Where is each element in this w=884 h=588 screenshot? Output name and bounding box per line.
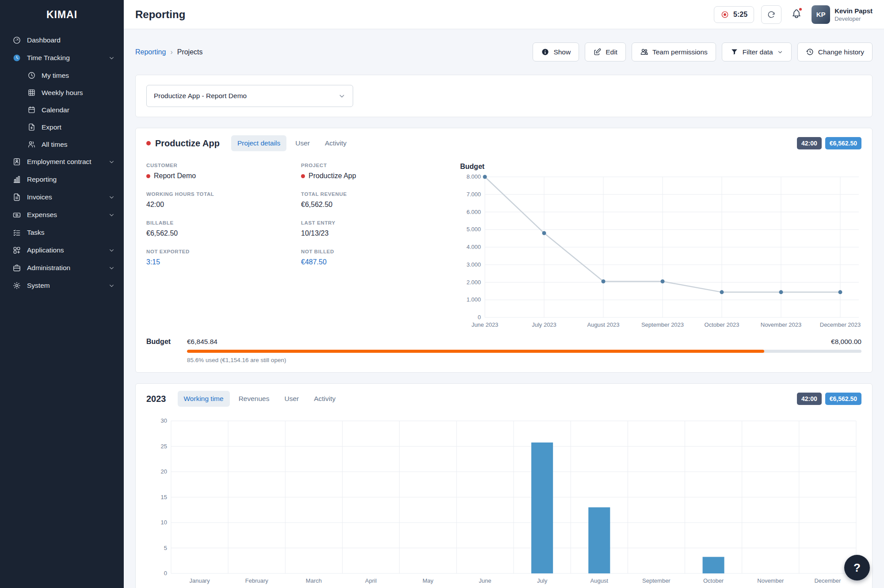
budget-label: Budget xyxy=(146,338,187,363)
record-icon xyxy=(720,10,729,19)
field-label: WORKING HOURS TOTAL xyxy=(146,191,301,197)
sidebar-item-my-times[interactable]: My times xyxy=(0,67,124,84)
tab-user[interactable]: User xyxy=(289,135,316,151)
sidebar-item-administration[interactable]: Administration xyxy=(0,259,124,277)
field-label: TOTAL REVENUE xyxy=(301,191,456,197)
project-color-dot xyxy=(301,174,305,178)
sidebar-item-label: All times xyxy=(42,141,68,149)
chevron-down-icon xyxy=(108,283,115,289)
edit-button[interactable]: Edit xyxy=(585,42,626,61)
grid-icon xyxy=(27,88,36,97)
users-icon xyxy=(27,140,36,149)
budget-chart-title: Budget xyxy=(460,163,861,171)
svg-text:May: May xyxy=(423,577,434,584)
breadcrumb-reporting-link[interactable]: Reporting xyxy=(135,48,166,56)
svg-text:0: 0 xyxy=(478,314,481,321)
sidebar-item-calendar[interactable]: Calendar xyxy=(0,101,124,118)
timer-value: 5:25 xyxy=(733,11,747,19)
svg-text:June: June xyxy=(479,577,491,584)
tab-revenues[interactable]: Revenues xyxy=(232,391,276,407)
sidebar-item-label: Reporting xyxy=(27,176,57,183)
year-card-title: 2023 xyxy=(146,394,166,404)
project-selector[interactable]: Productize App - Report Demo xyxy=(146,85,353,107)
svg-text:July 2023: July 2023 xyxy=(532,321,556,328)
sidebar-item-time-tracking[interactable]: Time Tracking xyxy=(0,49,124,67)
svg-text:August 2023: August 2023 xyxy=(587,321,619,328)
filter-data-button[interactable]: Filter data xyxy=(722,42,792,61)
sidebar-item-system[interactable]: System xyxy=(0,277,124,294)
field-label: NOT EXPORTED xyxy=(146,249,301,254)
briefcase-icon xyxy=(12,263,21,272)
refresh-button[interactable] xyxy=(761,5,781,24)
svg-text:November 2023: November 2023 xyxy=(761,321,802,328)
gear-icon xyxy=(12,281,21,290)
duration-badge: 42:00 xyxy=(797,137,822,149)
sidebar-item-tasks[interactable]: Tasks xyxy=(0,224,124,241)
svg-text:2.000: 2.000 xyxy=(466,279,481,286)
tab-working-time[interactable]: Working time xyxy=(178,391,230,407)
help-button[interactable]: ? xyxy=(844,555,870,580)
svg-text:November: November xyxy=(757,577,784,584)
chevron-down-icon xyxy=(777,49,783,55)
chart-bar-icon xyxy=(12,175,21,184)
field-last-entry: LAST ENTRY 10/13/23 xyxy=(301,220,456,237)
sidebar-item-employment-contract[interactable]: Employment contract xyxy=(0,153,124,171)
sidebar-item-dashboard[interactable]: Dashboard xyxy=(0,31,124,49)
edit-button-label: Edit xyxy=(606,48,617,56)
change-history-button[interactable]: Change history xyxy=(797,42,873,61)
field-label: LAST ENTRY xyxy=(301,220,456,225)
toolbar: Show Edit Team permissions Filter data xyxy=(533,42,873,61)
sidebar-item-all-times[interactable]: All times xyxy=(0,136,124,153)
user-menu[interactable]: KP Kevin Papst Developer xyxy=(812,5,873,24)
svg-text:January: January xyxy=(189,577,210,584)
duration-badge: 42:00 xyxy=(797,393,822,405)
gauge-icon xyxy=(12,36,21,45)
topbar: Reporting 5:25 KP Kevin Papst D xyxy=(124,0,884,29)
not-billed-link[interactable]: €487.50 xyxy=(301,258,456,266)
team-permissions-button[interactable]: Team permissions xyxy=(632,42,716,61)
apps-icon xyxy=(12,246,21,255)
svg-text:5.000: 5.000 xyxy=(466,226,481,233)
sidebar-item-reporting[interactable]: Reporting xyxy=(0,171,124,188)
page-header-row: Reporting › Projects Show Edit T xyxy=(135,42,873,61)
not-exported-link[interactable]: 3:15 xyxy=(146,258,301,266)
sidebar-item-invoices[interactable]: Invoices xyxy=(0,188,124,206)
sidebar-item-applications[interactable]: Applications xyxy=(0,241,124,259)
svg-text:June 2023: June 2023 xyxy=(472,321,499,328)
svg-text:1.000: 1.000 xyxy=(466,296,481,303)
svg-text:December 2023: December 2023 xyxy=(820,321,861,328)
svg-text:October 2023: October 2023 xyxy=(705,321,739,328)
main-area: Reporting 5:25 KP Kevin Papst D xyxy=(124,0,884,588)
tab-year-user[interactable]: User xyxy=(278,391,305,407)
svg-text:September 2023: September 2023 xyxy=(641,321,684,328)
field-value: 42:00 xyxy=(146,201,301,209)
sidebar-item-label: Weekly hours xyxy=(42,89,83,97)
user-info: Kevin Papst Developer xyxy=(834,7,873,22)
sidebar-item-expenses[interactable]: Expenses xyxy=(0,206,124,224)
project-color-dot xyxy=(146,141,151,145)
budget-progress-track xyxy=(187,350,861,353)
tab-year-activity[interactable]: Activity xyxy=(308,391,342,407)
tab-project-details[interactable]: Project details xyxy=(231,135,286,151)
project-fields: CUSTOMER Report Demo PROJECT Productize … xyxy=(146,163,456,331)
field-value: Productize App xyxy=(301,172,456,180)
show-button[interactable]: Show xyxy=(533,42,579,61)
svg-text:8.000: 8.000 xyxy=(466,173,481,180)
user-name: Kevin Papst xyxy=(834,7,873,15)
breadcrumb-current: Projects xyxy=(177,48,203,56)
field-total-revenue: TOTAL REVENUE €6,562.50 xyxy=(301,191,456,209)
svg-text:3.000: 3.000 xyxy=(466,261,481,268)
budget-progress-section: Budget €6,845.84 €8,000.00 85.6% used (€… xyxy=(136,333,872,372)
tab-activity[interactable]: Activity xyxy=(319,135,353,151)
sidebar-item-export[interactable]: Export xyxy=(0,118,124,136)
field-value: €6,562.50 xyxy=(301,201,456,209)
svg-text:15: 15 xyxy=(161,494,167,500)
topbar-actions: 5:25 KP Kevin Papst Developer xyxy=(714,5,873,24)
field-not-exported: NOT EXPORTED 3:15 xyxy=(146,249,301,266)
sidebar-item-label: Expenses xyxy=(27,211,57,219)
svg-text:25: 25 xyxy=(161,443,167,450)
sidebar-item-label: Tasks xyxy=(27,229,45,237)
timer-button[interactable]: 5:25 xyxy=(714,6,754,23)
sidebar-item-weekly-hours[interactable]: Weekly hours xyxy=(0,84,124,101)
notifications-button[interactable] xyxy=(791,8,802,20)
